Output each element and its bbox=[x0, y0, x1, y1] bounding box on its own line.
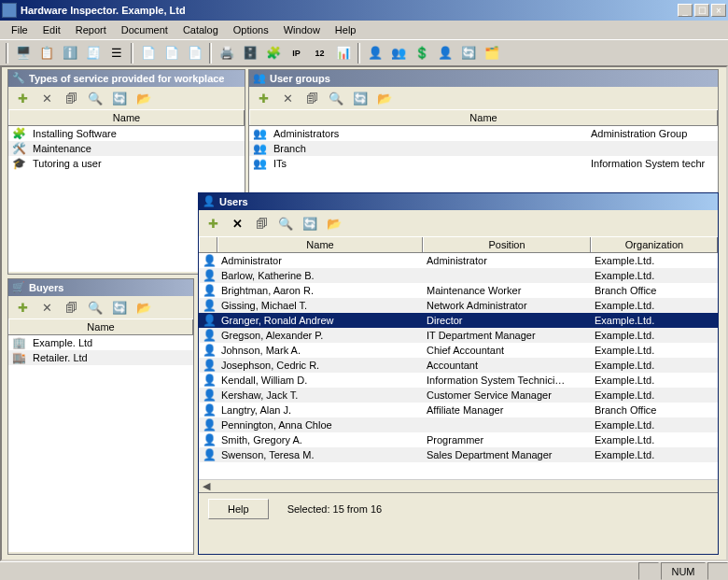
copy-button[interactable]: 🗐 bbox=[253, 215, 270, 232]
module-icon: 🧩 bbox=[266, 46, 281, 61]
buyers-header[interactable]: 🛒 Buyers bbox=[8, 279, 193, 296]
delete-button[interactable]: ✕ bbox=[38, 90, 55, 106]
toolbar-btn-6[interactable]: 📄 bbox=[137, 43, 159, 64]
toolbar-btn-2[interactable]: 📋 bbox=[35, 43, 57, 64]
table-row[interactable]: 👤Pennington, Anna ChloeExample.Ltd. bbox=[199, 417, 718, 432]
table-row[interactable]: 👤Kershaw, Jack T.Customer Service Manage… bbox=[199, 388, 718, 403]
menu-file[interactable]: File bbox=[4, 22, 35, 37]
toolbar-btn-10[interactable]: 🗄️ bbox=[239, 43, 260, 64]
users-col-name[interactable]: Name bbox=[217, 237, 423, 252]
table-row[interactable]: 🧩Installing Software bbox=[8, 126, 245, 141]
table-row[interactable]: 🏢Example. Ltd bbox=[8, 335, 193, 350]
groups-header[interactable]: 👥 User groups bbox=[249, 70, 718, 87]
buyers-col-name[interactable]: Name bbox=[8, 319, 193, 334]
minimize-button[interactable]: _ bbox=[678, 4, 693, 17]
users-col-position[interactable]: Position bbox=[423, 237, 591, 252]
toolbar-btn-11[interactable]: 🧩 bbox=[262, 43, 284, 64]
table-row[interactable]: 👤Barlow, Katherine B.Example.Ltd. bbox=[199, 268, 718, 283]
table-row[interactable]: 👤Gissing, Michael T.Network Administrato… bbox=[199, 298, 718, 313]
table-row[interactable]: 👤Brightman, Aaron R.Maintenance WorkerBr… bbox=[199, 283, 718, 298]
table-row[interactable]: 👥Branch bbox=[249, 141, 718, 156]
add-button[interactable]: ✚ bbox=[255, 90, 272, 106]
refresh-button[interactable]: 🔄 bbox=[301, 215, 318, 232]
table-row[interactable]: 👤Smith, Gregory A.ProgrammerExample.Ltd. bbox=[199, 432, 718, 447]
user-name: Johnson, Mark A. bbox=[217, 345, 423, 356]
toolbar-btn-14[interactable]: 📊 bbox=[332, 43, 354, 64]
add-button[interactable]: ✚ bbox=[204, 215, 221, 232]
groups-col-name[interactable]: Name bbox=[249, 110, 718, 125]
table-row[interactable]: 👤Granger, Ronald AndrewDirectorExample.L… bbox=[199, 313, 718, 328]
delete-button[interactable]: ✕ bbox=[38, 299, 55, 316]
toolbar-btn-18[interactable]: 👤 bbox=[434, 43, 455, 64]
search-button[interactable]: 🔍 bbox=[87, 299, 104, 316]
users-col-icon[interactable] bbox=[199, 237, 217, 252]
h-scrollbar[interactable]: ◀ bbox=[199, 479, 718, 492]
menu-edit[interactable]: Edit bbox=[35, 22, 68, 37]
open-button[interactable]: 📂 bbox=[135, 90, 152, 106]
refresh-button[interactable]: 🔄 bbox=[111, 299, 128, 316]
table-row[interactable]: 👤Gregson, Alexander P.IT Department Mana… bbox=[199, 328, 718, 343]
toolbar-btn-9[interactable]: 🖨️ bbox=[216, 43, 237, 64]
open-button[interactable]: 📂 bbox=[376, 90, 393, 106]
toolbar-btn-5[interactable]: ☰ bbox=[105, 43, 127, 64]
table-row[interactable]: 👤Josephson, Cedric R.AccountantExample.L… bbox=[199, 358, 718, 373]
users-grid[interactable]: 👤AdministratorAdministratorExample.Ltd.👤… bbox=[199, 253, 718, 479]
toolbar-btn-7[interactable]: 📄 bbox=[161, 43, 182, 64]
table-row[interactable]: 👤Swenson, Teresa M.Sales Department Mana… bbox=[199, 447, 718, 462]
table-row[interactable]: 👤Langtry, Alan J.Affiliate ManagerBranch… bbox=[199, 403, 718, 417]
toolbar-btn-16[interactable]: 👥 bbox=[387, 43, 409, 64]
help-button[interactable]: Help bbox=[208, 499, 269, 519]
copy-button[interactable]: 🗐 bbox=[63, 90, 79, 106]
menu-window[interactable]: Window bbox=[276, 22, 328, 37]
toolbar-btn-3[interactable]: ℹ️ bbox=[59, 43, 80, 64]
table-row[interactable]: 🎓Tutoring a user bbox=[8, 156, 245, 171]
user-icon: 👤 bbox=[203, 344, 217, 357]
table-row[interactable]: 👥ITsInformation System techr bbox=[249, 156, 718, 171]
refresh-button[interactable]: 🔄 bbox=[352, 90, 369, 106]
add-button[interactable]: ✚ bbox=[14, 299, 31, 316]
user-org: Example.Ltd. bbox=[591, 315, 718, 326]
table-row[interactable]: 👤Kendall, William D.Information System T… bbox=[199, 373, 718, 388]
copy-button[interactable]: 🗐 bbox=[63, 299, 79, 316]
users-header[interactable]: 👤 Users bbox=[199, 193, 718, 210]
refresh-button[interactable]: 🔄 bbox=[111, 90, 128, 106]
user-icon: 👤 bbox=[203, 389, 217, 402]
toolbar-btn-12[interactable]: IP bbox=[286, 43, 307, 64]
open-button[interactable]: 📂 bbox=[135, 299, 152, 316]
user-org: Example.Ltd. bbox=[591, 434, 718, 446]
toolbar-btn-19[interactable]: 🔄 bbox=[457, 43, 479, 64]
copy-button[interactable]: 🗐 bbox=[303, 90, 320, 106]
toolbar-btn-4[interactable]: 🧾 bbox=[82, 43, 104, 64]
toolbar-btn-8[interactable]: 📄 bbox=[184, 43, 205, 64]
toolbar-btn-1[interactable]: 🖥️ bbox=[12, 43, 34, 64]
toolbar-btn-13[interactable]: 12 bbox=[309, 43, 330, 64]
table-row[interactable]: 🏬Retailer. Ltd bbox=[8, 350, 193, 365]
table-row[interactable]: 👥AdministratorsAdministration Group bbox=[249, 126, 718, 141]
menu-report[interactable]: Report bbox=[68, 22, 114, 37]
table-row[interactable]: 👤AdministratorAdministratorExample.Ltd. bbox=[199, 253, 718, 268]
maximize-button[interactable]: ☐ bbox=[694, 4, 709, 17]
open-button[interactable]: 📂 bbox=[326, 215, 343, 232]
doc3-icon: 📄 bbox=[188, 46, 203, 61]
titlebar: Hardware Inspector. Example, Ltd _ ☐ × bbox=[0, 0, 728, 21]
search-button[interactable]: 🔍 bbox=[87, 90, 104, 106]
search-button[interactable]: 🔍 bbox=[328, 90, 344, 106]
table-row[interactable]: 🛠️Maintenance bbox=[8, 141, 245, 156]
delete-button[interactable]: ✕ bbox=[229, 215, 245, 232]
users-col-org[interactable]: Organization bbox=[591, 237, 718, 252]
types-col-name[interactable]: Name bbox=[8, 110, 245, 125]
buyers-grid[interactable]: 🏢Example. Ltd🏬Retailer. Ltd bbox=[8, 335, 193, 552]
menu-document[interactable]: Document bbox=[114, 22, 175, 37]
toolbar-btn-15[interactable]: 👤 bbox=[364, 43, 385, 64]
types-header[interactable]: 🔧 Types of service provided for workplac… bbox=[8, 70, 245, 87]
menu-help[interactable]: Help bbox=[328, 22, 364, 37]
close-button[interactable]: × bbox=[711, 4, 726, 17]
table-row[interactable]: 👤Johnson, Mark A.Chief AccountantExample… bbox=[199, 343, 718, 358]
menu-options[interactable]: Options bbox=[226, 22, 276, 37]
toolbar-btn-20[interactable]: 🗂️ bbox=[481, 43, 502, 64]
menu-catalog[interactable]: Catalog bbox=[175, 22, 226, 37]
search-button[interactable]: 🔍 bbox=[277, 215, 294, 232]
delete-button[interactable]: ✕ bbox=[279, 90, 296, 106]
toolbar-btn-17[interactable]: 💲 bbox=[411, 43, 432, 64]
add-button[interactable]: ✚ bbox=[14, 90, 31, 106]
